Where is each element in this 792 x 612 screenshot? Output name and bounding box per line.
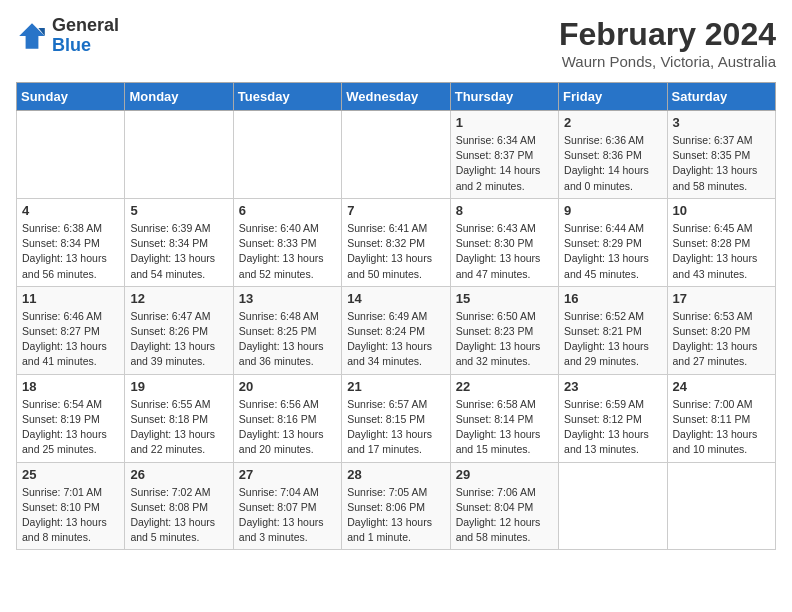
- day-number: 23: [564, 379, 661, 394]
- day-cell: 24Sunrise: 7:00 AM Sunset: 8:11 PM Dayli…: [667, 374, 775, 462]
- day-number: 19: [130, 379, 227, 394]
- day-cell: [342, 111, 450, 199]
- header-tuesday: Tuesday: [233, 83, 341, 111]
- day-info: Sunrise: 6:45 AM Sunset: 8:28 PM Dayligh…: [673, 221, 770, 282]
- day-number: 18: [22, 379, 119, 394]
- day-info: Sunrise: 6:59 AM Sunset: 8:12 PM Dayligh…: [564, 397, 661, 458]
- day-info: Sunrise: 6:52 AM Sunset: 8:21 PM Dayligh…: [564, 309, 661, 370]
- calendar-header-row: SundayMondayTuesdayWednesdayThursdayFrid…: [17, 83, 776, 111]
- week-row-3: 18Sunrise: 6:54 AM Sunset: 8:19 PM Dayli…: [17, 374, 776, 462]
- day-cell: 17Sunrise: 6:53 AM Sunset: 8:20 PM Dayli…: [667, 286, 775, 374]
- day-info: Sunrise: 6:49 AM Sunset: 8:24 PM Dayligh…: [347, 309, 444, 370]
- day-info: Sunrise: 7:04 AM Sunset: 8:07 PM Dayligh…: [239, 485, 336, 546]
- day-number: 7: [347, 203, 444, 218]
- day-info: Sunrise: 6:56 AM Sunset: 8:16 PM Dayligh…: [239, 397, 336, 458]
- day-info: Sunrise: 6:53 AM Sunset: 8:20 PM Dayligh…: [673, 309, 770, 370]
- day-cell: 23Sunrise: 6:59 AM Sunset: 8:12 PM Dayli…: [559, 374, 667, 462]
- day-number: 11: [22, 291, 119, 306]
- day-info: Sunrise: 6:55 AM Sunset: 8:18 PM Dayligh…: [130, 397, 227, 458]
- day-number: 13: [239, 291, 336, 306]
- header-saturday: Saturday: [667, 83, 775, 111]
- day-info: Sunrise: 6:36 AM Sunset: 8:36 PM Dayligh…: [564, 133, 661, 194]
- header-wednesday: Wednesday: [342, 83, 450, 111]
- header-friday: Friday: [559, 83, 667, 111]
- day-number: 6: [239, 203, 336, 218]
- day-info: Sunrise: 7:00 AM Sunset: 8:11 PM Dayligh…: [673, 397, 770, 458]
- day-cell: [233, 111, 341, 199]
- day-info: Sunrise: 6:48 AM Sunset: 8:25 PM Dayligh…: [239, 309, 336, 370]
- day-cell: 25Sunrise: 7:01 AM Sunset: 8:10 PM Dayli…: [17, 462, 125, 550]
- day-number: 9: [564, 203, 661, 218]
- day-cell: [667, 462, 775, 550]
- day-cell: 27Sunrise: 7:04 AM Sunset: 8:07 PM Dayli…: [233, 462, 341, 550]
- day-info: Sunrise: 6:57 AM Sunset: 8:15 PM Dayligh…: [347, 397, 444, 458]
- day-info: Sunrise: 6:40 AM Sunset: 8:33 PM Dayligh…: [239, 221, 336, 282]
- day-number: 3: [673, 115, 770, 130]
- day-number: 15: [456, 291, 553, 306]
- logo: General Blue: [16, 16, 119, 56]
- day-cell: [125, 111, 233, 199]
- logo-text: General Blue: [52, 16, 119, 56]
- day-cell: 9Sunrise: 6:44 AM Sunset: 8:29 PM Daylig…: [559, 198, 667, 286]
- day-cell: 4Sunrise: 6:38 AM Sunset: 8:34 PM Daylig…: [17, 198, 125, 286]
- day-number: 20: [239, 379, 336, 394]
- day-info: Sunrise: 6:39 AM Sunset: 8:34 PM Dayligh…: [130, 221, 227, 282]
- day-number: 27: [239, 467, 336, 482]
- day-info: Sunrise: 6:41 AM Sunset: 8:32 PM Dayligh…: [347, 221, 444, 282]
- day-number: 4: [22, 203, 119, 218]
- day-cell: 18Sunrise: 6:54 AM Sunset: 8:19 PM Dayli…: [17, 374, 125, 462]
- day-number: 29: [456, 467, 553, 482]
- day-cell: 20Sunrise: 6:56 AM Sunset: 8:16 PM Dayli…: [233, 374, 341, 462]
- calendar: SundayMondayTuesdayWednesdayThursdayFrid…: [16, 82, 776, 550]
- day-number: 26: [130, 467, 227, 482]
- main-title: February 2024: [559, 16, 776, 53]
- day-cell: 10Sunrise: 6:45 AM Sunset: 8:28 PM Dayli…: [667, 198, 775, 286]
- day-cell: [559, 462, 667, 550]
- day-info: Sunrise: 6:34 AM Sunset: 8:37 PM Dayligh…: [456, 133, 553, 194]
- day-cell: 11Sunrise: 6:46 AM Sunset: 8:27 PM Dayli…: [17, 286, 125, 374]
- day-info: Sunrise: 6:38 AM Sunset: 8:34 PM Dayligh…: [22, 221, 119, 282]
- week-row-4: 25Sunrise: 7:01 AM Sunset: 8:10 PM Dayli…: [17, 462, 776, 550]
- calendar-body: 1Sunrise: 6:34 AM Sunset: 8:37 PM Daylig…: [17, 111, 776, 550]
- day-info: Sunrise: 7:02 AM Sunset: 8:08 PM Dayligh…: [130, 485, 227, 546]
- day-cell: 5Sunrise: 6:39 AM Sunset: 8:34 PM Daylig…: [125, 198, 233, 286]
- day-cell: 14Sunrise: 6:49 AM Sunset: 8:24 PM Dayli…: [342, 286, 450, 374]
- day-number: 1: [456, 115, 553, 130]
- day-number: 25: [22, 467, 119, 482]
- day-cell: 15Sunrise: 6:50 AM Sunset: 8:23 PM Dayli…: [450, 286, 558, 374]
- day-info: Sunrise: 6:44 AM Sunset: 8:29 PM Dayligh…: [564, 221, 661, 282]
- day-number: 10: [673, 203, 770, 218]
- svg-marker-0: [19, 23, 45, 49]
- day-number: 12: [130, 291, 227, 306]
- day-number: 24: [673, 379, 770, 394]
- day-cell: 26Sunrise: 7:02 AM Sunset: 8:08 PM Dayli…: [125, 462, 233, 550]
- day-cell: 19Sunrise: 6:55 AM Sunset: 8:18 PM Dayli…: [125, 374, 233, 462]
- week-row-0: 1Sunrise: 6:34 AM Sunset: 8:37 PM Daylig…: [17, 111, 776, 199]
- day-cell: 22Sunrise: 6:58 AM Sunset: 8:14 PM Dayli…: [450, 374, 558, 462]
- day-info: Sunrise: 7:06 AM Sunset: 8:04 PM Dayligh…: [456, 485, 553, 546]
- week-row-2: 11Sunrise: 6:46 AM Sunset: 8:27 PM Dayli…: [17, 286, 776, 374]
- day-cell: 28Sunrise: 7:05 AM Sunset: 8:06 PM Dayli…: [342, 462, 450, 550]
- day-number: 5: [130, 203, 227, 218]
- header-sunday: Sunday: [17, 83, 125, 111]
- day-number: 21: [347, 379, 444, 394]
- day-number: 28: [347, 467, 444, 482]
- day-cell: 2Sunrise: 6:36 AM Sunset: 8:36 PM Daylig…: [559, 111, 667, 199]
- day-cell: 6Sunrise: 6:40 AM Sunset: 8:33 PM Daylig…: [233, 198, 341, 286]
- day-info: Sunrise: 6:43 AM Sunset: 8:30 PM Dayligh…: [456, 221, 553, 282]
- day-cell: 29Sunrise: 7:06 AM Sunset: 8:04 PM Dayli…: [450, 462, 558, 550]
- day-number: 8: [456, 203, 553, 218]
- day-cell: 12Sunrise: 6:47 AM Sunset: 8:26 PM Dayli…: [125, 286, 233, 374]
- day-info: Sunrise: 6:46 AM Sunset: 8:27 PM Dayligh…: [22, 309, 119, 370]
- day-info: Sunrise: 6:54 AM Sunset: 8:19 PM Dayligh…: [22, 397, 119, 458]
- day-number: 2: [564, 115, 661, 130]
- week-row-1: 4Sunrise: 6:38 AM Sunset: 8:34 PM Daylig…: [17, 198, 776, 286]
- day-info: Sunrise: 6:47 AM Sunset: 8:26 PM Dayligh…: [130, 309, 227, 370]
- day-number: 16: [564, 291, 661, 306]
- day-cell: 7Sunrise: 6:41 AM Sunset: 8:32 PM Daylig…: [342, 198, 450, 286]
- header-thursday: Thursday: [450, 83, 558, 111]
- header-monday: Monday: [125, 83, 233, 111]
- day-cell: [17, 111, 125, 199]
- page-header: General Blue February 2024 Waurn Ponds, …: [16, 16, 776, 70]
- day-number: 14: [347, 291, 444, 306]
